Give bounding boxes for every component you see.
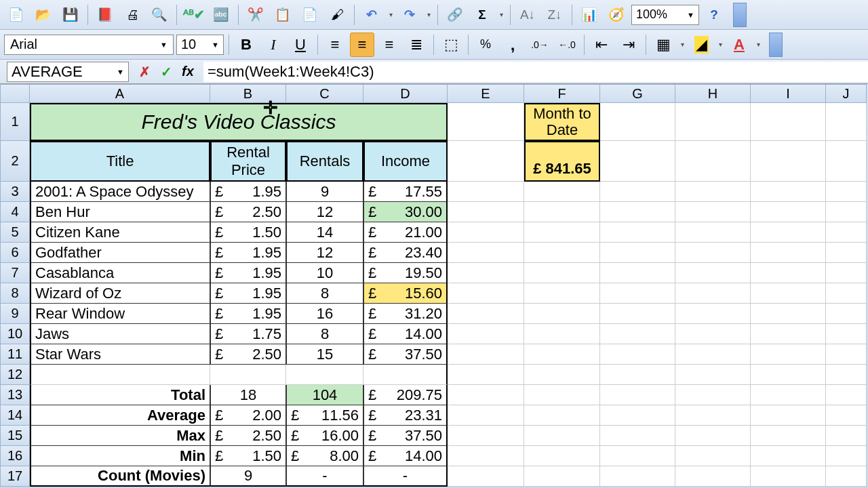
- cell-title[interactable]: 2001: A Space Odyssey: [30, 182, 210, 202]
- cell-price[interactable]: £1.95: [210, 182, 286, 202]
- cell-rentals[interactable]: 14: [286, 222, 363, 243]
- cell[interactable]: £2.50: [210, 426, 286, 446]
- chart-icon[interactable]: 📊: [577, 3, 601, 27]
- cell[interactable]: [826, 182, 867, 202]
- cell[interactable]: [30, 365, 210, 385]
- currency-button[interactable]: %: [473, 33, 498, 57]
- header-title[interactable]: Title: [30, 141, 210, 182]
- cell[interactable]: [826, 103, 867, 141]
- cell[interactable]: [751, 344, 826, 365]
- paste-icon[interactable]: 📄: [298, 3, 322, 27]
- cell-title[interactable]: Rear Window: [30, 304, 210, 324]
- cell[interactable]: [524, 304, 600, 324]
- cell[interactable]: [675, 344, 751, 365]
- header-price[interactable]: Rental Price: [210, 141, 286, 182]
- fill-color-button[interactable]: ◢: [689, 33, 713, 57]
- cell[interactable]: [448, 304, 524, 324]
- cell[interactable]: [524, 385, 600, 405]
- cell[interactable]: [675, 304, 751, 324]
- col-header-b[interactable]: B: [210, 84, 286, 103]
- cell-title[interactable]: Star Wars: [30, 344, 210, 365]
- cell[interactable]: [751, 426, 826, 446]
- cell[interactable]: [826, 405, 867, 426]
- cell-price[interactable]: £1.50: [210, 222, 286, 243]
- cell[interactable]: [826, 344, 867, 365]
- cell[interactable]: [600, 202, 675, 222]
- col-header-e[interactable]: E: [448, 84, 524, 103]
- cell[interactable]: 9: [210, 466, 286, 487]
- summary-label[interactable]: Min: [30, 446, 210, 466]
- add-decimal-button[interactable]: .0→: [528, 33, 552, 57]
- col-header-a[interactable]: A: [30, 84, 210, 103]
- cancel-formula-icon[interactable]: ✗: [136, 63, 153, 81]
- cell-price[interactable]: £2.50: [210, 202, 286, 222]
- sum-dropdown[interactable]: ▾: [497, 11, 505, 18]
- underline-button[interactable]: U: [288, 33, 313, 57]
- cell[interactable]: [448, 344, 524, 365]
- cell[interactable]: -: [286, 466, 363, 487]
- cell[interactable]: [675, 202, 751, 222]
- cell[interactable]: [751, 324, 826, 344]
- align-center-button[interactable]: ≡: [350, 33, 374, 57]
- cell-price[interactable]: £1.95: [210, 263, 286, 283]
- cell[interactable]: [675, 426, 751, 446]
- select-all-corner[interactable]: [0, 84, 30, 103]
- cell[interactable]: [448, 405, 524, 426]
- row-header[interactable]: 14: [0, 405, 30, 426]
- cell[interactable]: [751, 222, 826, 243]
- cell[interactable]: [448, 385, 524, 405]
- cell[interactable]: [448, 324, 524, 344]
- cell[interactable]: [448, 263, 524, 283]
- cell[interactable]: £2.00: [210, 405, 286, 426]
- cell[interactable]: £8.00: [286, 446, 363, 466]
- cell-title[interactable]: Casablanca: [30, 263, 210, 283]
- help-icon[interactable]: ?: [702, 3, 726, 27]
- cell[interactable]: 18: [210, 385, 286, 405]
- cell[interactable]: [524, 182, 600, 202]
- cell[interactable]: £209.75: [363, 385, 448, 405]
- cell[interactable]: [675, 141, 751, 182]
- col-header-j[interactable]: J: [826, 84, 867, 103]
- font-name-combo[interactable]: Arial ▼: [4, 35, 174, 55]
- cell[interactable]: [600, 466, 675, 487]
- cell[interactable]: [826, 324, 867, 344]
- cell[interactable]: [600, 222, 675, 243]
- cell[interactable]: [751, 103, 826, 141]
- cell[interactable]: [751, 405, 826, 426]
- header-rentals[interactable]: Rentals: [286, 141, 363, 182]
- cell[interactable]: [524, 405, 600, 426]
- cell[interactable]: [524, 446, 600, 466]
- cell[interactable]: £14.00: [363, 446, 448, 466]
- cell[interactable]: [600, 405, 675, 426]
- cell[interactable]: [524, 243, 600, 263]
- cell-title[interactable]: Godfather: [30, 243, 210, 263]
- cell[interactable]: [826, 304, 867, 324]
- row-header[interactable]: 13: [0, 385, 30, 405]
- remove-decimal-button[interactable]: ←.0: [555, 33, 579, 57]
- cell[interactable]: [675, 385, 751, 405]
- cell[interactable]: [524, 222, 600, 243]
- cell[interactable]: [675, 324, 751, 344]
- sheet-title[interactable]: Fred's Video Classics: [30, 103, 448, 141]
- cell[interactable]: [600, 344, 675, 365]
- cell[interactable]: [751, 202, 826, 222]
- cell[interactable]: 104: [286, 385, 363, 405]
- align-left-button[interactable]: ≡: [323, 33, 347, 57]
- cut-icon[interactable]: ✂️: [243, 3, 268, 27]
- bold-button[interactable]: B: [234, 33, 258, 57]
- cell[interactable]: [600, 243, 675, 263]
- toolbar-gripper[interactable]: [769, 33, 783, 57]
- cell[interactable]: [363, 365, 448, 385]
- cell-income[interactable]: £31.20: [363, 304, 448, 324]
- cell-title[interactable]: Jaws: [30, 324, 210, 344]
- cell[interactable]: [675, 283, 751, 304]
- print-icon[interactable]: 🖨: [120, 3, 144, 27]
- cell[interactable]: [675, 103, 751, 141]
- redo-icon[interactable]: ↷: [397, 3, 422, 27]
- cell[interactable]: [600, 304, 675, 324]
- cell-rentals[interactable]: 15: [286, 344, 363, 365]
- cell-income[interactable]: £30.00: [363, 202, 448, 222]
- cell[interactable]: [448, 446, 524, 466]
- row-header[interactable]: 7: [0, 263, 30, 283]
- open-icon[interactable]: 📂: [31, 3, 56, 27]
